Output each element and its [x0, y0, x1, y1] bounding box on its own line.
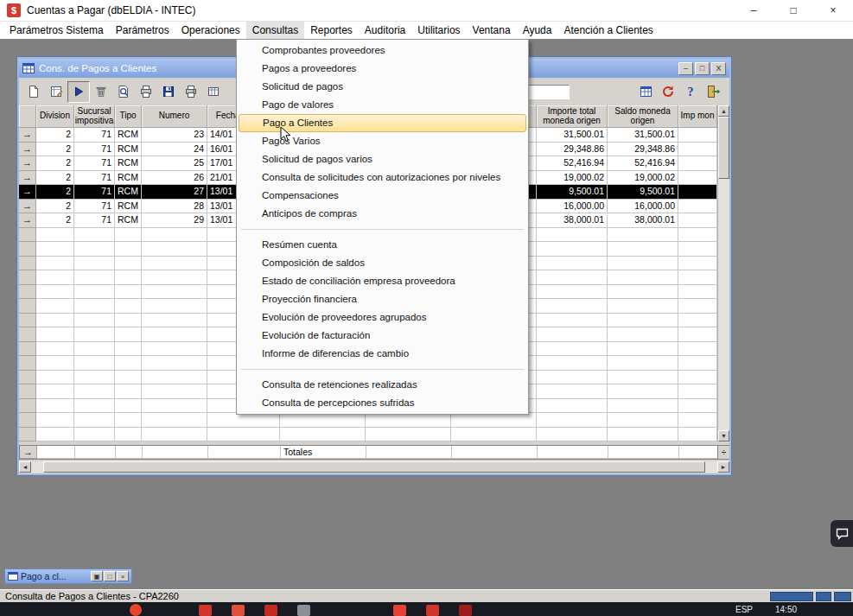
taskbar-app-2[interactable] — [232, 605, 245, 616]
menubar-item-ventana[interactable]: Ventana — [467, 22, 517, 39]
cell-importe_total[interactable]: 16,000.00 — [537, 200, 608, 214]
cell-numero[interactable]: 29 — [142, 213, 207, 228]
cell-importe_total[interactable]: 38,000.01 — [537, 213, 608, 228]
cell-tipo[interactable]: RCM — [115, 171, 142, 186]
cell-saldo[interactable]: 19,000.02 — [608, 171, 678, 186]
taskbar-app-5[interactable] — [393, 605, 406, 616]
row-indicator[interactable]: → — [19, 156, 36, 171]
cell-saldo[interactable]: 29,348.86 — [608, 143, 678, 157]
menu-item-consulta-de-percepciones-sufridas[interactable]: Consulta de percepciones sufridas — [239, 394, 526, 412]
taskbar-app-3[interactable] — [264, 605, 277, 616]
grid-view-button[interactable] — [634, 81, 657, 103]
column-header-imp-mon[interactable]: Imp mon — [678, 105, 717, 128]
taskbar-app-6[interactable] — [426, 605, 439, 616]
menubar-item-consultas[interactable]: Consultas — [246, 22, 304, 39]
cell-importe_mon[interactable] — [678, 143, 717, 157]
menu-item-consulta-de-solicitudes-con-autorizaciones-por-niveles[interactable]: Consulta de solicitudes con autorizacion… — [239, 168, 526, 187]
menubar-item-parametros-sistema[interactable]: Parámetros Sistema — [3, 22, 110, 39]
scroll-left-icon[interactable]: ◄ — [19, 461, 31, 473]
cell-numero[interactable]: 24 — [142, 143, 207, 157]
cell-saldo[interactable]: 38,000.01 — [608, 213, 678, 228]
menu-item-solicitud-de-pagos[interactable]: Solicitud de pagos — [239, 78, 526, 96]
scroll-right-icon[interactable]: ► — [717, 461, 729, 473]
column-header-tipo[interactable]: Tipo — [115, 105, 142, 128]
scroll-up-icon[interactable]: ▲ — [718, 105, 729, 117]
close-button[interactable]: × — [813, 0, 853, 21]
column-header-sucursal-impositiva[interactable]: Sucursal impositiva — [74, 105, 115, 128]
row-indicator[interactable]: → — [19, 143, 36, 157]
export-grid-button[interactable] — [202, 81, 225, 103]
menubar-item-parametros[interactable]: Parámetros — [110, 22, 175, 39]
row-indicator[interactable]: → — [19, 128, 36, 143]
minimize-button[interactable]: – — [734, 0, 773, 21]
cell-numero[interactable]: 23 — [142, 128, 207, 143]
scroll-down-icon[interactable]: ▼ — [718, 430, 729, 441]
cell-importe_total[interactable]: 9,500.01 — [537, 185, 608, 200]
menu-item-pago-de-valores[interactable]: Pago de valores — [239, 96, 526, 114]
menubar-item-ayuda[interactable]: Ayuda — [517, 22, 558, 39]
menubar-item-auditoria[interactable]: Auditoria — [359, 22, 411, 39]
cell-tipo[interactable]: RCM — [115, 200, 142, 214]
cell-division[interactable]: 2 — [36, 213, 74, 228]
refresh-button[interactable] — [657, 81, 679, 103]
child-maximize-button[interactable]: □ — [695, 62, 710, 75]
cell-tipo[interactable]: RCM — [115, 128, 142, 143]
language-indicator[interactable]: ESP — [735, 605, 753, 614]
cell-saldo[interactable]: 31,500.01 — [608, 128, 678, 143]
menu-item-pago-a-clientes[interactable]: Pago a Clientes — [239, 114, 526, 132]
cell-sucursal[interactable]: 71 — [74, 200, 115, 214]
cell-sucursal[interactable]: 71 — [74, 213, 115, 228]
menu-item-compensaciones[interactable]: Compensaciones — [239, 187, 526, 205]
row-indicator[interactable]: → — [19, 171, 36, 186]
menu-item-evolucion-de-proveedores-agrupados[interactable]: Evolución de proveedores agrupados — [239, 308, 526, 327]
menu-item-anticipos-de-compras[interactable]: Anticipos de compras — [239, 205, 526, 223]
vertical-scroll-thumb[interactable] — [718, 117, 729, 179]
horizontal-scrollbar[interactable]: ◄ ► — [19, 461, 729, 473]
row-indicator[interactable]: → — [19, 200, 36, 214]
column-header-saldo-moneda-origen[interactable]: Saldo moneda origen — [608, 105, 678, 128]
menu-item-composicion-de-saldos[interactable]: Composición de saldos — [239, 254, 526, 272]
cell-saldo[interactable]: 9,500.01 — [608, 185, 678, 200]
column-header-numero[interactable]: Numero — [142, 105, 207, 128]
cell-division[interactable]: 2 — [36, 156, 74, 171]
cell-division[interactable]: 2 — [36, 143, 74, 157]
cell-sucursal[interactable]: 71 — [74, 171, 115, 186]
cell-importe_mon[interactable] — [678, 185, 717, 200]
print-button[interactable] — [135, 81, 157, 103]
chat-overlay-button[interactable] — [831, 520, 853, 547]
taskbar-app-4[interactable] — [297, 605, 310, 616]
cell-numero[interactable]: 26 — [142, 171, 207, 186]
exit-button[interactable] — [702, 81, 724, 103]
cell-numero[interactable]: 25 — [142, 156, 207, 171]
cell-division[interactable]: 2 — [36, 171, 74, 186]
column-header-importe-total-moneda-origen[interactable]: Importe total moneda origen — [537, 105, 608, 128]
preview-button[interactable] — [112, 81, 135, 103]
cell-importe_total[interactable]: 19,000.02 — [537, 171, 608, 186]
menubar-item-atencion-a-clientes[interactable]: Atención a Clientes — [557, 22, 659, 39]
child-minimize-button[interactable]: – — [678, 62, 693, 75]
cell-division[interactable]: 2 — [36, 128, 74, 143]
cell-sucursal[interactable]: 71 — [74, 156, 115, 171]
menu-item-comprobantes-proveedores[interactable]: Comprobantes proveedores — [239, 41, 526, 60]
close-small-button[interactable]: × — [117, 571, 129, 581]
cell-division[interactable]: 2 — [36, 200, 74, 214]
menu-item-pagos-a-proveedores[interactable]: Pagos a proveedores — [239, 60, 526, 78]
horizontal-scroll-thumb[interactable] — [43, 461, 705, 473]
cell-saldo[interactable]: 52,416.94 — [608, 156, 678, 171]
new-record-button[interactable] — [22, 81, 45, 103]
cell-importe_mon[interactable] — [678, 200, 717, 214]
menubar-item-reportes[interactable]: Reportes — [304, 22, 359, 39]
row-indicator[interactable]: → — [19, 213, 36, 228]
menu-item-resumen-cuenta[interactable]: Resúmen cuenta — [239, 236, 526, 254]
cell-importe_mon[interactable] — [678, 156, 717, 171]
menu-item-estado-de-conciliacion-empresa-proveedora[interactable]: Estado de conciliación empresa proveedor… — [239, 272, 526, 290]
menu-item-informe-de-diferencias-de-cambio[interactable]: Informe de diferencias de cambio — [239, 345, 526, 363]
menu-item-solicitud-de-pagos-varios[interactable]: Solicitud de pagos varios — [239, 150, 526, 168]
menu-item-pagos-varios[interactable]: Pagos Varios — [239, 132, 526, 150]
cell-sucursal[interactable]: 71 — [74, 143, 115, 157]
menu-item-evolucion-de-facturacion[interactable]: Evolución de facturación — [239, 327, 526, 345]
taskbar-clock[interactable]: 14:50 — [775, 605, 797, 614]
save-button[interactable] — [157, 81, 180, 103]
cell-importe_total[interactable]: 31,500.01 — [537, 128, 608, 143]
taskbar-app-red-circle[interactable] — [130, 604, 142, 616]
